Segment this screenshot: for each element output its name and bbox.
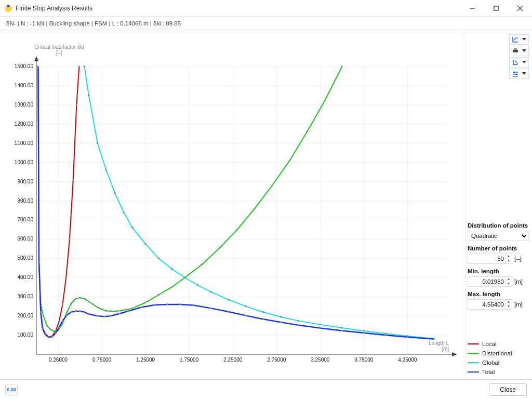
legend-label: Local	[482, 341, 497, 347]
svg-point-166	[341, 330, 343, 332]
printer-icon	[512, 47, 519, 55]
step-up-icon[interactable]: ▲	[506, 254, 512, 259]
print-dropdown-button[interactable]	[509, 46, 529, 56]
npts-unit: [--]	[514, 256, 522, 262]
legend-label: Total	[482, 369, 495, 375]
chart-panel: 100.00200.00300.00400.00500.00600.00700.…	[0, 30, 466, 379]
side-panel: Distribution of points QuadraticLinearCu…	[466, 30, 532, 379]
minlen-input[interactable]	[468, 278, 505, 285]
axis-dropdown-button[interactable]	[509, 34, 529, 45]
svg-point-107	[324, 100, 326, 102]
chart: 100.00200.00300.00400.00500.00600.00700.…	[0, 30, 466, 379]
svg-point-90	[101, 308, 103, 310]
svg-point-100	[202, 263, 204, 265]
svg-point-162	[262, 318, 264, 321]
svg-point-118	[171, 268, 173, 270]
npts-label: Number of points	[468, 245, 529, 251]
svg-point-82	[66, 311, 68, 313]
status-bar: δN- | N : -1 kN | Buckling shape | FSM |…	[0, 17, 532, 30]
maxlen-stepper[interactable]: ▲▼	[468, 299, 512, 310]
step-down-icon[interactable]: ▼	[506, 259, 512, 263]
svg-point-156	[166, 303, 168, 305]
svg-text:0.25000: 0.25000	[49, 357, 68, 363]
svg-point-143	[66, 314, 68, 316]
svg-point-152	[118, 313, 121, 315]
svg-text:Critical load factor δki: Critical load factor δki	[34, 44, 84, 50]
svg-text:300.00: 300.00	[17, 294, 33, 299]
step-up-icon[interactable]: ▲	[506, 300, 512, 304]
svg-point-109	[84, 65, 86, 68]
svg-point-1	[7, 5, 10, 7]
svg-point-135	[40, 311, 42, 313]
svg-point-137	[44, 333, 46, 335]
svg-rect-172	[514, 48, 517, 50]
svg-point-93	[116, 310, 118, 312]
svg-text:700.00: 700.00	[17, 217, 33, 222]
maxlen-input[interactable]	[468, 301, 505, 308]
minimize-button[interactable]	[460, 0, 484, 17]
units-button[interactable]: 0,00	[5, 384, 18, 395]
step-down-icon[interactable]: ▼	[506, 304, 512, 309]
svg-text:1300.00: 1300.00	[15, 102, 34, 108]
svg-point-74	[78, 65, 81, 68]
minlen-label: Min. length	[468, 268, 529, 274]
svg-point-120	[197, 284, 199, 286]
settings-dropdown-button[interactable]	[509, 69, 529, 79]
units-label: 0,00	[7, 387, 16, 392]
chart-toolbar	[468, 34, 529, 79]
svg-point-101	[219, 247, 221, 249]
svg-text:1000.00: 1000.00	[15, 159, 34, 165]
svg-point-89	[97, 307, 99, 309]
svg-point-96	[144, 301, 147, 303]
svg-point-110	[88, 95, 90, 97]
close-window-button[interactable]	[508, 0, 532, 17]
svg-point-103	[254, 208, 256, 210]
svg-point-114	[123, 211, 125, 214]
svg-text:0.75000: 0.75000	[92, 357, 112, 363]
legend-item: Total	[468, 369, 529, 375]
svg-point-76	[43, 315, 45, 317]
step-up-icon[interactable]: ▲	[506, 277, 512, 282]
svg-point-140	[55, 332, 57, 335]
titlebar: Finite Strip Analysis Results	[0, 0, 532, 17]
svg-point-133	[37, 65, 39, 68]
svg-point-154	[140, 307, 142, 309]
svg-point-149	[97, 315, 99, 317]
svg-point-88	[92, 303, 94, 305]
footer: 0,00 Close	[0, 379, 532, 399]
minlen-unit: [m]	[514, 278, 523, 285]
svg-point-138	[48, 337, 50, 339]
svg-text:[--]: [--]	[56, 50, 62, 56]
svg-point-158	[193, 304, 195, 307]
svg-point-164	[297, 324, 299, 326]
svg-point-148	[88, 313, 90, 315]
npts-input[interactable]	[468, 256, 505, 262]
maximize-button[interactable]	[484, 0, 508, 17]
svg-point-142	[62, 320, 64, 322]
svg-point-87	[88, 301, 90, 303]
svg-text:900.00: 900.00	[17, 179, 33, 184]
svg-point-151	[110, 315, 112, 317]
svg-point-117	[158, 258, 160, 260]
svg-text:3.25000: 3.25000	[311, 357, 330, 363]
svg-point-111	[97, 142, 99, 144]
minlen-stepper[interactable]: ▲▼	[468, 276, 512, 287]
svg-point-167	[363, 332, 365, 334]
svg-point-78	[49, 328, 51, 330]
svg-point-70	[65, 276, 67, 278]
legend-swatch	[468, 343, 479, 344]
close-button[interactable]: Close	[489, 383, 527, 396]
step-down-icon[interactable]: ▼	[506, 282, 512, 286]
svg-point-161	[245, 315, 247, 317]
svg-point-102	[236, 229, 238, 231]
svg-point-170	[433, 338, 435, 340]
svg-text:1100.00: 1100.00	[15, 140, 34, 146]
svg-point-73	[76, 104, 78, 106]
dist-select[interactable]: QuadraticLinearCubic	[468, 231, 529, 241]
npts-stepper[interactable]: ▲▼	[468, 254, 512, 264]
rotate-dropdown-button[interactable]	[509, 57, 529, 68]
svg-point-106	[306, 131, 308, 133]
legend-label: Distortional	[482, 350, 512, 356]
svg-text:4.25000: 4.25000	[398, 357, 417, 363]
svg-point-145	[75, 310, 77, 312]
